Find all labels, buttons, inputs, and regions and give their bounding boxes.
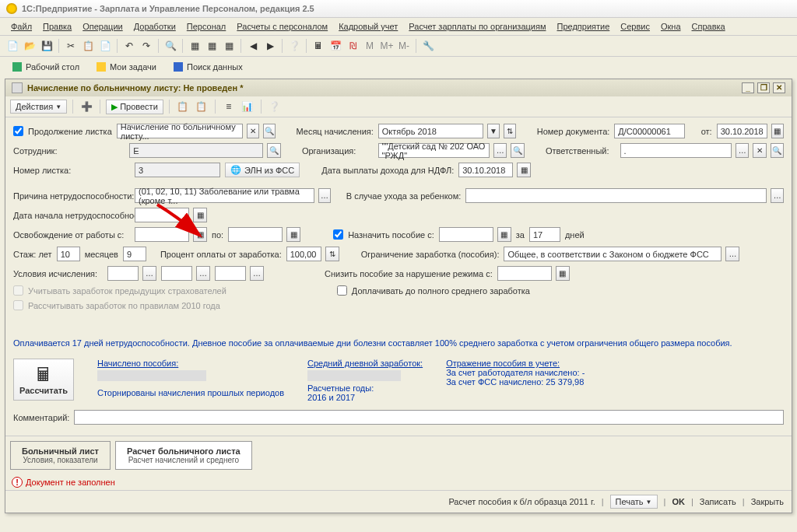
- wrench-icon[interactable]: 🔧: [420, 38, 436, 54]
- close-button[interactable]: ✕: [773, 82, 785, 93]
- menu-calc[interactable]: Расчеты с персоналом: [232, 20, 332, 33]
- tb-help-icon[interactable]: ❔: [267, 99, 283, 114]
- resp-clear-button[interactable]: ✕: [753, 143, 766, 158]
- pay-full-checkbox[interactable]: [337, 285, 347, 296]
- limit-field[interactable]: Общее, в соответствии с Законом о бюджет…: [504, 247, 722, 261]
- tb4-icon[interactable]: 📊: [240, 99, 255, 114]
- help2-icon[interactable]: ❔: [286, 38, 302, 54]
- post-button[interactable]: ▶Провести: [106, 100, 163, 114]
- start-field[interactable]: [135, 208, 189, 222]
- tab-search[interactable]: Поиск данных: [166, 60, 251, 74]
- mplus-icon[interactable]: M+: [379, 38, 395, 54]
- days-field[interactable]: 17: [529, 227, 560, 242]
- start-cal-button[interactable]: ▦: [193, 208, 207, 222]
- menu-payroll[interactable]: Расчет зарплаты по организациям: [404, 20, 550, 33]
- reason-more-button[interactable]: …: [318, 188, 332, 203]
- menu-enterprise[interactable]: Предприятие: [552, 20, 614, 33]
- m-icon[interactable]: M: [362, 38, 377, 54]
- limit-more-button[interactable]: …: [725, 247, 739, 261]
- eln-button[interactable]: 🌐ЭЛН из ФСС: [225, 163, 300, 177]
- menu-help[interactable]: Справка: [687, 20, 730, 33]
- avg-link[interactable]: Средний дневной заработок:: [307, 359, 423, 368]
- assign-field[interactable]: [439, 227, 493, 242]
- calculate-button[interactable]: 🖩 Рассчитать: [13, 359, 74, 401]
- cond3-btn[interactable]: …: [250, 266, 264, 281]
- resp-field[interactable]: .: [620, 143, 732, 158]
- continuation-field[interactable]: Начисление по больничному листу...: [117, 124, 243, 138]
- cond1-btn[interactable]: …: [142, 266, 156, 281]
- org-field[interactable]: ""Детский сад № 202 ОАО "РЖД": [378, 143, 490, 158]
- grid3-icon[interactable]: ▦: [221, 38, 237, 54]
- actions-button[interactable]: Действия▼: [10, 100, 67, 114]
- reduce-field[interactable]: [497, 266, 552, 281]
- resp-more-button[interactable]: …: [736, 143, 749, 158]
- print-button[interactable]: Печать▼: [610, 495, 658, 509]
- mminus-icon[interactable]: M-: [396, 38, 412, 54]
- bar-icon[interactable]: ₪: [345, 38, 360, 54]
- minimize-button[interactable]: _: [742, 82, 754, 93]
- ndfl-cal-button[interactable]: ▦: [517, 163, 531, 177]
- open-icon[interactable]: 📂: [22, 38, 37, 54]
- menu-edit[interactable]: Правка: [38, 20, 76, 33]
- calc-icon[interactable]: 🖩: [311, 38, 326, 54]
- from-field[interactable]: 30.10.2018: [717, 124, 767, 138]
- grid2-icon[interactable]: ▦: [204, 38, 219, 54]
- cond2-btn[interactable]: …: [196, 266, 210, 281]
- cal-icon[interactable]: 📅: [328, 38, 343, 54]
- back-icon[interactable]: ◀: [245, 38, 261, 54]
- save-icon[interactable]: 💾: [39, 38, 54, 54]
- assign-cal[interactable]: ▦: [497, 227, 511, 242]
- tb2-icon[interactable]: 📋: [194, 99, 209, 114]
- accrued-link[interactable]: Начислено пособия:: [97, 359, 284, 368]
- menu-ops[interactable]: Операции: [78, 20, 127, 33]
- stazh-months-field[interactable]: 9: [123, 247, 146, 261]
- search-icon[interactable]: 🔍: [163, 38, 178, 54]
- close2-button[interactable]: Закрыть: [751, 497, 784, 506]
- continuation-checkbox[interactable]: [13, 126, 23, 136]
- cut-icon[interactable]: ✂: [63, 38, 79, 54]
- release-to-cal[interactable]: ▦: [286, 227, 300, 242]
- menu-windows[interactable]: Окна: [656, 20, 686, 33]
- ok-button[interactable]: OK: [672, 497, 685, 506]
- fwd-icon[interactable]: ▶: [262, 38, 278, 54]
- tb1-icon[interactable]: 📋: [175, 99, 191, 114]
- percent-field[interactable]: 100,00: [286, 247, 321, 261]
- sheet-field[interactable]: 3: [135, 163, 220, 177]
- menu-dev[interactable]: Доработки: [129, 20, 181, 33]
- child-more-button[interactable]: …: [771, 188, 784, 203]
- new-icon[interactable]: 📄: [5, 38, 20, 54]
- tab-tasks[interactable]: Мои задачи: [89, 60, 164, 74]
- release-from-cal[interactable]: ▦: [193, 227, 207, 242]
- tab-calc-sheet[interactable]: Расчет больничного листа Расчет начислен…: [115, 441, 252, 470]
- percent-spin[interactable]: ⇅: [325, 247, 339, 261]
- org-lookup-button[interactable]: 🔍: [511, 143, 524, 158]
- tb3-icon[interactable]: ≡: [221, 99, 237, 114]
- cond3-field[interactable]: [215, 266, 246, 281]
- release-from-field[interactable]: [135, 227, 189, 242]
- ndfl-field[interactable]: 30.10.2018: [458, 163, 513, 177]
- org-more-button[interactable]: …: [493, 143, 507, 158]
- month-field[interactable]: Октябрь 2018: [378, 124, 483, 138]
- reduce-cal[interactable]: ▦: [556, 266, 570, 281]
- release-to-field[interactable]: [228, 227, 283, 242]
- month-dd-button[interactable]: ▼: [487, 124, 500, 138]
- menu-service[interactable]: Сервис: [616, 20, 655, 33]
- paste-icon[interactable]: 📄: [97, 38, 113, 54]
- reason-field[interactable]: (01, 02, 10, 11) Заболевание или травма …: [135, 188, 314, 203]
- child-field[interactable]: [465, 188, 767, 203]
- redo-icon[interactable]: ↷: [139, 38, 154, 54]
- restore-button[interactable]: ❐: [757, 82, 770, 93]
- docnum-field[interactable]: Д/С00000061: [614, 124, 684, 138]
- grid1-icon[interactable]: ▦: [187, 38, 202, 54]
- emp-lookup-button[interactable]: 🔍: [267, 143, 280, 158]
- menu-personnel[interactable]: Персонал: [182, 20, 231, 33]
- cont-lookup-button[interactable]: 🔍: [263, 124, 276, 138]
- copy-icon[interactable]: 📋: [80, 38, 96, 54]
- tab-sick-sheet[interactable]: Больничный лист Условия, показатели: [10, 441, 111, 470]
- cont-clear-button[interactable]: ✕: [247, 124, 259, 138]
- new-doc-icon[interactable]: ➕: [79, 99, 94, 114]
- month-spin-button[interactable]: ⇅: [504, 124, 516, 138]
- comment-field[interactable]: [74, 410, 784, 425]
- assign-checkbox[interactable]: [333, 229, 343, 240]
- save-button[interactable]: Записать: [700, 497, 736, 506]
